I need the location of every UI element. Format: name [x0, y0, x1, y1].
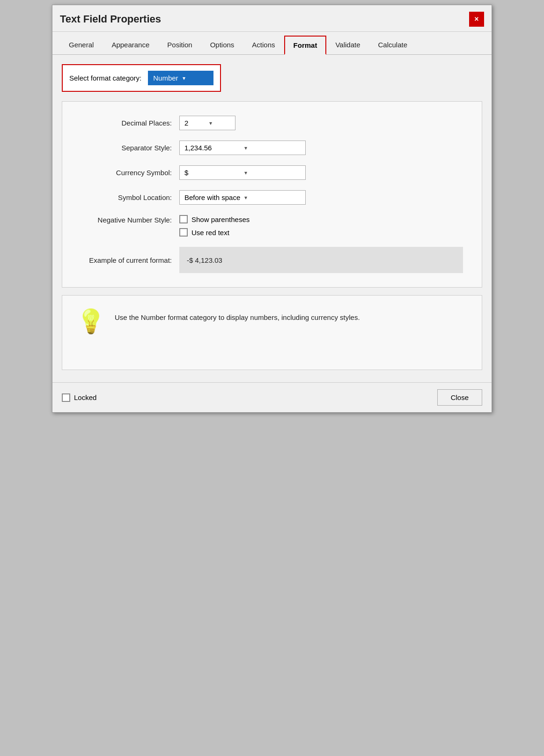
negative-number-label: Negative Number Style:: [81, 215, 179, 224]
hint-text: Use the Number format category to displa…: [115, 310, 360, 323]
format-category-select[interactable]: Number ▾: [148, 71, 213, 85]
title-bar: Text Field Properties ×: [52, 5, 492, 32]
negative-number-row: Negative Number Style: Show parentheses …: [81, 215, 463, 237]
example-value-display: -$ 4,123.03: [179, 247, 463, 273]
tab-actions[interactable]: Actions: [243, 36, 284, 54]
separator-style-label: Separator Style:: [81, 144, 179, 152]
show-parentheses-label: Show parentheses: [191, 215, 250, 223]
separator-style-arrow: ▾: [244, 145, 301, 151]
decimal-places-row: Decimal Places: 2 ▾: [81, 116, 463, 130]
tab-position[interactable]: Position: [158, 36, 201, 54]
show-parentheses-checkbox[interactable]: [179, 215, 188, 223]
dialog-title: Text Field Properties: [60, 13, 161, 25]
format-category-dropdown-arrow: ▾: [183, 75, 208, 82]
symbol-location-value: Before with space: [184, 193, 241, 201]
decimal-places-arrow: ▾: [209, 120, 230, 126]
example-row: Example of current format: -$ 4,123.03: [81, 247, 463, 273]
currency-symbol-value: $: [184, 169, 241, 177]
separator-style-select[interactable]: 1,234.56 ▾: [179, 141, 306, 155]
text-field-properties-dialog: Text Field Properties × General Appearan…: [52, 5, 492, 413]
locked-label: Locked: [74, 393, 96, 401]
decimal-places-label: Decimal Places:: [81, 119, 179, 127]
currency-symbol-label: Currency Symbol:: [81, 169, 179, 177]
tab-calculate[interactable]: Calculate: [369, 36, 417, 54]
tab-content: Select format category: Number ▾ Decimal…: [52, 55, 492, 382]
locked-checkbox[interactable]: [62, 393, 70, 402]
decimal-places-select[interactable]: 2 ▾: [179, 116, 235, 130]
negative-number-options: Show parentheses Use red text: [179, 215, 250, 237]
symbol-location-arrow: ▾: [244, 194, 301, 201]
close-button[interactable]: ×: [469, 12, 484, 27]
currency-symbol-select[interactable]: $ ▾: [179, 165, 306, 180]
use-red-text-label: Use red text: [191, 229, 229, 237]
tab-validate[interactable]: Validate: [326, 36, 369, 54]
tab-format[interactable]: Format: [284, 36, 327, 55]
symbol-location-select[interactable]: Before with space ▾: [179, 190, 306, 205]
tab-general[interactable]: General: [60, 36, 103, 54]
currency-symbol-row: Currency Symbol: $ ▾: [81, 165, 463, 180]
use-red-text-checkbox[interactable]: [179, 228, 188, 237]
hint-box: 💡 Use the Number format category to disp…: [62, 295, 482, 370]
tab-appearance[interactable]: Appearance: [103, 36, 158, 54]
locked-row: Locked: [62, 393, 96, 402]
lightbulb-icon: 💡: [76, 310, 105, 333]
use-red-text-row[interactable]: Use red text: [179, 228, 250, 237]
format-category-row: Select format category: Number ▾: [62, 64, 221, 92]
close-dialog-button[interactable]: Close: [437, 389, 482, 406]
symbol-location-row: Symbol Location: Before with space ▾: [81, 190, 463, 205]
tab-bar: General Appearance Position Options Acti…: [52, 36, 492, 55]
separator-style-row: Separator Style: 1,234.56 ▾: [81, 141, 463, 155]
separator-style-value: 1,234.56: [184, 144, 241, 152]
format-category-label: Select format category:: [69, 74, 141, 82]
dialog-footer: Locked Close: [52, 382, 492, 412]
currency-symbol-arrow: ▾: [244, 170, 301, 176]
format-category-value: Number: [153, 74, 179, 82]
tab-options[interactable]: Options: [201, 36, 243, 54]
format-options-panel: Decimal Places: 2 ▾ Separator Style: 1,2…: [62, 101, 482, 288]
symbol-location-label: Symbol Location:: [81, 193, 179, 201]
show-parentheses-row[interactable]: Show parentheses: [179, 215, 250, 223]
decimal-places-value: 2: [184, 119, 206, 127]
example-label: Example of current format:: [81, 256, 179, 264]
